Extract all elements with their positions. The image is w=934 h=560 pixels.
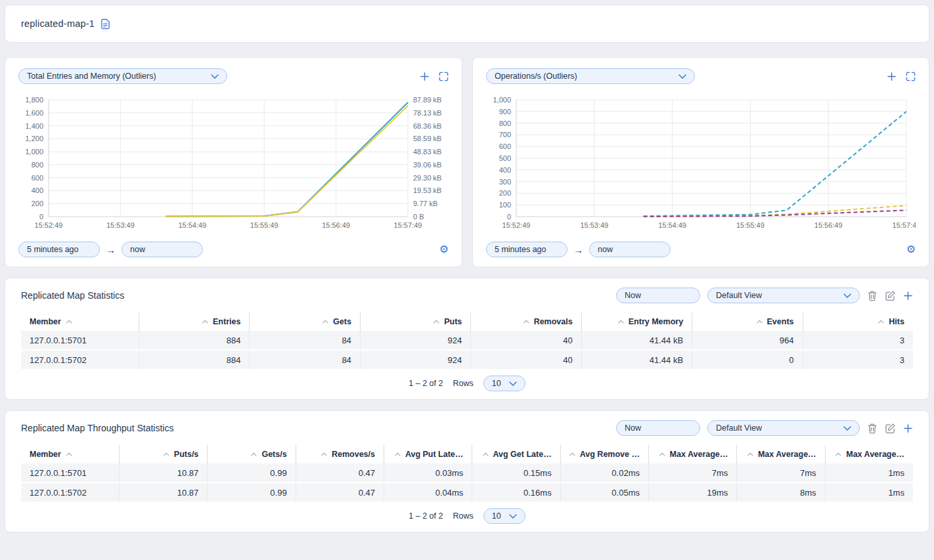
gear-icon[interactable]: ⚙ <box>439 244 449 255</box>
time-to-input[interactable]: now <box>122 242 203 257</box>
page-size-selector[interactable]: 10 <box>483 376 525 391</box>
page-header: replicated-map-1 <box>5 5 929 43</box>
table-cell: 0.02ms <box>561 463 649 482</box>
table-row[interactable]: 127.0.0.1:570210.870.990.470.04ms0.16ms0… <box>21 483 913 502</box>
column-label: Puts <box>444 317 462 326</box>
replicated-map-statistics-table: MemberEntriesGetsPutsRemovalsEntry Memor… <box>21 312 913 369</box>
pagination-range: 1 – 2 of 2 <box>409 511 443 521</box>
edit-view-button[interactable] <box>885 423 896 434</box>
column-header-hits[interactable]: Hits <box>803 312 913 331</box>
table-row[interactable]: 127.0.0.1:570110.870.990.470.03ms0.15ms0… <box>21 463 913 482</box>
time-to-input[interactable]: now <box>589 242 671 257</box>
fullscreen-button[interactable] <box>906 72 916 81</box>
sort-caret-icon <box>757 320 762 325</box>
svg-text:400: 400 <box>499 166 511 174</box>
table-cell: 127.0.0.1:5702 <box>21 483 120 502</box>
time-from-input[interactable]: 5 minutes ago <box>18 242 100 257</box>
column-header-entry-memory[interactable]: Entry Memory <box>582 312 692 331</box>
column-header-max-average[interactable]: Max Average… <box>826 445 913 463</box>
svg-text:1,200: 1,200 <box>25 135 43 142</box>
table-cell: 127.0.0.1:5701 <box>21 331 139 349</box>
page-size-selector[interactable]: 10 <box>483 508 525 524</box>
sort-caret-icon <box>878 320 883 325</box>
column-label: Avg Put Late… <box>405 450 463 459</box>
column-label: Removes/s <box>332 450 375 459</box>
fullscreen-button[interactable] <box>439 72 449 81</box>
svg-text:200: 200 <box>499 189 511 197</box>
column-header-max-average[interactable]: Max Average… <box>737 445 825 463</box>
add-view-button[interactable] <box>903 423 913 433</box>
time-from-input[interactable]: 5 minutes ago <box>486 242 567 257</box>
table-cell: 1ms <box>826 483 913 502</box>
table-time-input[interactable]: Now <box>616 288 700 303</box>
table-title: Replicated Map Statistics <box>21 290 124 301</box>
column-header-puts-s[interactable]: Puts/s <box>120 445 208 463</box>
add-chart-button[interactable] <box>420 72 430 81</box>
table-cell: 1ms <box>826 463 913 482</box>
column-label: Entries <box>213 317 240 326</box>
table-cell: 40 <box>471 351 581 369</box>
table-cell: 0.04ms <box>384 483 472 502</box>
svg-text:1,000: 1,000 <box>493 96 511 104</box>
table-time-input[interactable]: Now <box>616 420 700 436</box>
column-header-avg-put-late[interactable]: Avg Put Late… <box>384 445 472 463</box>
column-header-events[interactable]: Events <box>692 312 803 331</box>
add-view-button[interactable] <box>903 291 913 301</box>
view-selector[interactable]: Default View <box>707 420 860 436</box>
line-chart-operations: 1,000900800700600500400300200100015:52:4… <box>486 93 916 232</box>
svg-text:15:53:49: 15:53:49 <box>580 221 608 229</box>
column-header-puts[interactable]: Puts <box>361 312 471 331</box>
column-header-entries[interactable]: Entries <box>139 312 250 331</box>
add-chart-button[interactable] <box>887 72 897 81</box>
metric-selector[interactable]: Total Entries and Memory (Outliers) <box>18 68 227 84</box>
metric-selector-value: Operations/s (Outliers) <box>495 72 577 81</box>
arrow-right-icon: → <box>106 245 116 255</box>
svg-text:9.77 kB: 9.77 kB <box>413 200 437 207</box>
column-header-removes-s[interactable]: Removes/s <box>296 445 384 463</box>
view-selector[interactable]: Default View <box>707 288 860 303</box>
column-label: Max Average… <box>670 450 728 459</box>
column-header-avg-remove[interactable]: Avg Remove … <box>561 445 649 463</box>
svg-text:0: 0 <box>507 213 511 221</box>
chevron-down-icon <box>509 514 517 519</box>
table-row[interactable]: 127.0.0.1:5702884849244041.44 kB03 <box>21 351 913 369</box>
delete-view-button[interactable] <box>867 423 878 434</box>
column-header-avg-get-late[interactable]: Avg Get Late… <box>472 445 560 463</box>
sort-caret-icon <box>321 452 326 458</box>
edit-view-button[interactable] <box>885 290 896 301</box>
fullscreen-icon <box>906 72 916 81</box>
svg-text:100: 100 <box>499 201 511 209</box>
table-cell: 127.0.0.1:5701 <box>21 463 120 482</box>
chevron-down-icon <box>211 74 219 79</box>
column-header-gets-s[interactable]: Gets/s <box>208 445 296 463</box>
column-label: Removals <box>534 317 573 326</box>
operations-s-outliers-svg: 1,000900800700600500400300200100015:52:4… <box>486 93 916 232</box>
table-row[interactable]: 127.0.0.1:5701884849244041.44 kB9643 <box>21 331 913 349</box>
table-header-row: MemberPuts/sGets/sRemoves/sAvg Put Late…… <box>21 445 913 463</box>
metric-selector[interactable]: Operations/s (Outliers) <box>486 68 695 84</box>
table-cell: 41.44 kB <box>582 331 692 349</box>
column-header-removals[interactable]: Removals <box>471 312 581 331</box>
svg-text:800: 800 <box>32 161 43 169</box>
rows-label: Rows <box>453 511 473 521</box>
sort-caret-icon <box>569 452 575 458</box>
series-total-entries <box>166 102 408 217</box>
column-header-max-average[interactable]: Max Average… <box>649 445 737 463</box>
gear-icon[interactable]: ⚙ <box>906 244 916 255</box>
svg-text:900: 900 <box>499 108 511 116</box>
page-size-value: 10 <box>492 379 501 388</box>
table-cell: 84 <box>250 331 360 349</box>
column-label: Gets/s <box>261 450 286 459</box>
pagination: 1 – 2 of 2 Rows 10 <box>21 508 913 524</box>
table-cell: 0.16ms <box>472 483 560 502</box>
column-header-gets[interactable]: Gets <box>250 312 360 331</box>
sort-caret-icon <box>164 452 169 458</box>
column-label: Max Average… <box>846 450 904 459</box>
svg-text:48.83 kB: 48.83 kB <box>413 148 441 156</box>
delete-view-button[interactable] <box>867 290 878 301</box>
table-header-row: MemberEntriesGetsPutsRemovalsEntry Memor… <box>21 312 913 331</box>
sort-caret-icon <box>66 320 72 325</box>
column-header-member[interactable]: Member <box>21 445 120 463</box>
column-header-member[interactable]: Member <box>21 312 139 331</box>
svg-text:600: 600 <box>32 174 43 182</box>
